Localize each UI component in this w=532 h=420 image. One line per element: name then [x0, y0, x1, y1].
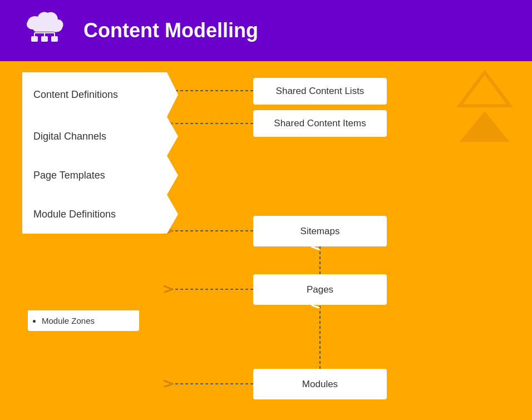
digital-channels-label: Digital Channels [33, 131, 106, 142]
svg-marker-8 [460, 111, 510, 142]
list-item: Module Zones [42, 316, 134, 325]
content-definitions-label: Content Definitions [33, 89, 118, 101]
page-templates-sub: Module Zones [28, 310, 139, 331]
page-templates-box: Page Templates [22, 156, 178, 195]
pages-label: Pages [307, 284, 333, 295]
digital-channels-box: Digital Channels [22, 117, 178, 156]
header-icon [22, 8, 67, 53]
header: Content Modelling [0, 0, 532, 61]
svg-marker-7 [460, 72, 510, 106]
modules-label: Modules [302, 379, 338, 390]
modules-box: Modules [253, 369, 387, 399]
page-title: Content Modelling [83, 19, 258, 42]
sitemaps-box: Sitemaps [253, 216, 387, 246]
watermark-logo [454, 70, 515, 142]
pages-box: Pages [253, 274, 387, 305]
shared-content-items-box: Shared Content Items [253, 110, 387, 137]
shared-content-lists-box: Shared Content Lists [253, 78, 387, 105]
svg-rect-1 [41, 36, 48, 42]
content-definitions-box: Content Definitions [22, 72, 178, 117]
page-templates-label: Page Templates [33, 170, 105, 181]
page-templates-list: Module Zones [42, 316, 134, 325]
sitemaps-label: Sitemaps [301, 226, 340, 237]
shared-content-items-label: Shared Content Items [274, 118, 366, 129]
svg-rect-0 [31, 36, 38, 42]
svg-rect-2 [51, 36, 58, 42]
module-definitions-label: Module Definitions [33, 209, 116, 220]
shared-content-lists-label: Shared Content Lists [276, 86, 364, 97]
main-content: Content Definitions Simple fields Images… [0, 61, 532, 420]
module-definitions-box: Module Definitions [22, 195, 178, 234]
